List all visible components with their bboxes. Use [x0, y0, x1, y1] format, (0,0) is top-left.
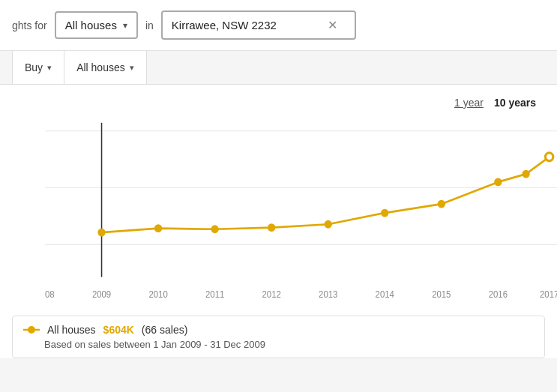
svg-text:2014: 2014: [376, 289, 395, 299]
legend-icon: [23, 325, 40, 335]
svg-text:2009: 2009: [92, 289, 111, 299]
location-field[interactable]: ✕: [161, 10, 356, 40]
1year-button[interactable]: 1 year: [454, 97, 484, 109]
legend-value: $604K: [103, 324, 134, 336]
chart-area: 1 year 10 years $1.50M $1.00M $500K 2008…: [0, 85, 557, 358]
svg-point-17: [97, 229, 105, 237]
svg-point-23: [438, 200, 445, 208]
svg-point-21: [325, 220, 332, 229]
10years-button[interactable]: 10 years: [494, 97, 536, 109]
svg-point-19: [211, 225, 218, 233]
chevron-down-icon: ▾: [123, 20, 127, 31]
legend-sub-text: Based on sales between 1 Jan 2009 - 31 D…: [44, 339, 534, 350]
svg-text:2011: 2011: [205, 289, 224, 299]
svg-text:2016: 2016: [489, 289, 508, 299]
prefix-label: ghts for: [12, 19, 47, 31]
svg-text:2008: 2008: [45, 289, 55, 299]
svg-text:2010: 2010: [148, 289, 168, 299]
svg-point-18: [154, 224, 162, 232]
house-type-dropdown[interactable]: All houses ▾: [55, 11, 138, 39]
location-input[interactable]: [172, 19, 322, 31]
buy-chevron-icon: ▾: [47, 63, 52, 73]
svg-point-20: [268, 223, 275, 232]
all-houses-button[interactable]: All houses ▾: [64, 51, 147, 84]
buy-label: Buy: [25, 61, 43, 73]
svg-point-26: [545, 153, 553, 161]
legend-row: All houses $604K (66 sales): [23, 324, 534, 336]
legend-label: All houses: [47, 324, 96, 336]
svg-point-25: [522, 170, 529, 178]
svg-text:2015: 2015: [432, 289, 451, 299]
time-toggle: 1 year 10 years: [0, 97, 557, 115]
clear-button[interactable]: ✕: [328, 18, 337, 32]
buy-button[interactable]: Buy ▾: [12, 51, 64, 84]
all-houses-label: All houses: [76, 61, 125, 73]
chart-svg: $1.50M $1.00M $500K 2008 2009 2010 2011 …: [45, 115, 557, 310]
svg-point-28: [28, 326, 35, 334]
legend-sales-count: (66 sales): [142, 324, 187, 336]
svg-text:2017: 2017: [540, 289, 557, 299]
in-label: in: [145, 19, 154, 31]
house-type-value: All houses: [65, 19, 117, 31]
svg-point-24: [494, 178, 502, 187]
allhouses-chevron-icon: ▾: [130, 63, 134, 73]
top-bar: ghts for All houses ▾ in ✕: [0, 0, 557, 51]
chart-container: $1.50M $1.00M $500K 2008 2009 2010 2011 …: [0, 115, 557, 310]
sub-bar: Buy ▾ All houses ▾: [0, 51, 557, 85]
svg-point-22: [381, 209, 388, 217]
svg-text:2012: 2012: [262, 289, 281, 299]
svg-text:2013: 2013: [319, 289, 337, 299]
legend-bar: All houses $604K (66 sales) Based on sal…: [12, 316, 545, 358]
